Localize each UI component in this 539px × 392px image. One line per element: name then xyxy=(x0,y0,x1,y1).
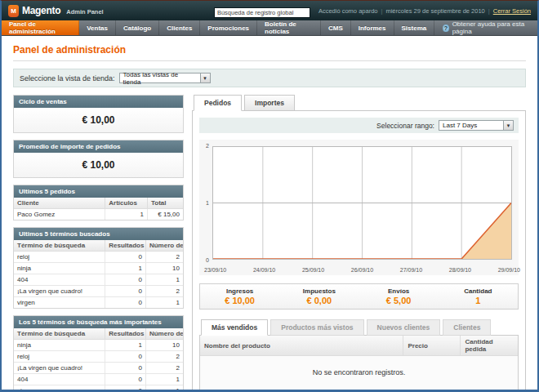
table-row[interactable]: reloj02 xyxy=(14,252,183,263)
table-cell: 404 xyxy=(14,374,105,385)
store-view-bar: Seleccione la vista de tienda: Todas las… xyxy=(13,69,526,87)
stat-ingresos: Ingresos € 10,00 xyxy=(200,287,279,305)
range-select[interactable]: Last 7 Days ▼ xyxy=(439,120,514,131)
tab-pedidos[interactable]: Pedidos xyxy=(194,95,242,111)
chevron-down-icon: ▼ xyxy=(503,121,513,130)
table-row[interactable]: reloj02 xyxy=(14,351,183,363)
column-header: Total xyxy=(148,198,183,209)
column-header: Término de búsqueda xyxy=(14,328,105,340)
column-header: Cantidad pedida xyxy=(461,336,518,356)
nav-item-ventas[interactable]: Ventas xyxy=(79,20,116,35)
tab-nuevos-clientes[interactable]: Nuevos clientes xyxy=(367,319,441,336)
chart-panel: Seleccionar rango: Last 7 Days ▼ 210 23/… xyxy=(192,110,526,392)
table-row[interactable]: ¡La virgen que cuadro!02 xyxy=(14,363,183,374)
table-cell: Paco Gomez xyxy=(14,209,105,220)
stat-value: € 10,00 xyxy=(200,296,279,305)
widget-last-orders: Ultimos 5 pedidos ClienteArtículosTotal … xyxy=(13,185,184,220)
tab-importes[interactable]: Importes xyxy=(244,95,295,111)
orders-chart: 210 23/09/1024/09/1025/09/1026/09/1027/0… xyxy=(199,140,519,275)
table-row[interactable]: virge01 xyxy=(14,385,183,392)
main-content: Panel de administración Seleccione la vi… xyxy=(2,36,537,392)
table-row[interactable]: ¡La virgen que cuadro!02 xyxy=(14,286,183,297)
global-search-input[interactable] xyxy=(214,7,310,18)
nav-item-cms[interactable]: CMS xyxy=(321,20,351,35)
table-cell: 10 xyxy=(145,340,183,351)
global-search xyxy=(214,3,310,18)
nav-item-sistema[interactable]: Sistema xyxy=(394,20,435,35)
tab-productos-mas-vistos[interactable]: Productos más vistos xyxy=(270,319,363,336)
y-axis-labels: 210 xyxy=(199,143,211,263)
stat-value: € 5,00 xyxy=(359,296,439,305)
help-globe-icon: ? xyxy=(443,24,448,32)
table-cell: 404 xyxy=(14,274,105,286)
widget-top-search-terms: Los 5 términos de búsqueda más important… xyxy=(13,315,184,392)
table-row[interactable]: ninja110 xyxy=(14,263,183,274)
widget-avg-order: Promedio de importe de pedidos € 10,00 xyxy=(13,140,184,178)
y-axis-label: 0 xyxy=(206,257,209,263)
help-label: Obtener ayuda para esta página xyxy=(452,20,529,35)
table-cell: ninja xyxy=(14,263,105,274)
y-axis-label: 2 xyxy=(206,143,209,149)
chart-svg xyxy=(213,147,511,259)
nav-item-boletin[interactable]: Boletín de noticias xyxy=(257,20,321,35)
chart-tabs: Pedidos Importes xyxy=(192,95,526,111)
range-value: Last 7 Days xyxy=(443,122,499,129)
table-row[interactable]: Paco Gomez1€ 15,00 xyxy=(14,209,183,220)
title-divider xyxy=(13,60,526,61)
tab-mas-vendidos[interactable]: Más vendidos xyxy=(201,319,268,336)
table-cell: 2 xyxy=(145,351,183,363)
logo-subtitle: Admin Panel xyxy=(66,8,103,16)
separator: | xyxy=(488,7,490,15)
table-cell: virgen xyxy=(14,297,105,309)
table-cell: 0 xyxy=(105,363,146,374)
top-search-terms-table: Término de búsquedaResultadosNúmero de u… xyxy=(14,328,183,392)
stat-impuestos: Impuestos € 0,00 xyxy=(279,287,359,305)
table-header-row: ClienteArtículosTotal xyxy=(14,198,183,209)
stat-label: Envíos xyxy=(359,287,439,295)
column-header: Resultados xyxy=(105,240,146,252)
table-row[interactable]: 40401 xyxy=(14,274,183,286)
magento-logo-icon: M xyxy=(8,5,19,17)
table-cell: reloj xyxy=(14,351,105,363)
table-cell: 2 xyxy=(145,363,183,374)
table-cell: 1 xyxy=(105,263,146,274)
current-date: miércoles 29 de septiembre de 2010 xyxy=(385,7,484,15)
table-cell: 0 xyxy=(105,286,146,297)
store-view-select[interactable]: Todas las vistas de tienda ▼ xyxy=(119,73,211,83)
nav-item-catalogo[interactable]: Catálogo xyxy=(116,20,159,35)
table-header-row: Término de búsquedaResultadosNúmero de u… xyxy=(14,328,183,340)
table-cell: 0 xyxy=(105,297,146,309)
range-selector-bar: Seleccionar rango: Last 7 Days ▼ xyxy=(199,118,519,133)
widget-title: Ciclo de ventas xyxy=(14,96,183,108)
nav-item-dashboard[interactable]: Panel de administración xyxy=(2,20,79,35)
range-label: Seleccionar rango: xyxy=(376,122,434,130)
table-header-row: Término de búsquedaResultadosNúmero de u… xyxy=(14,240,183,252)
products-table: Nombre del productoPrecioCantidad pedida xyxy=(200,336,518,356)
sales-cycle-value: € 10,00 xyxy=(14,108,183,132)
logged-in-as: Accedió como apardo xyxy=(318,7,378,15)
x-axis-label: 25/09/10 xyxy=(302,267,324,273)
nav-item-clientes[interactable]: Clientes xyxy=(159,20,200,35)
nav-item-informes[interactable]: Informes xyxy=(351,20,394,35)
stat-label: Cantidad xyxy=(439,287,518,295)
table-cell: € 15,00 xyxy=(148,209,183,220)
main-nav: Panel de administración Ventas Catálogo … xyxy=(2,20,537,36)
table-row[interactable]: 40401 xyxy=(14,374,183,385)
totals-bar: Ingresos € 10,00 Impuestos € 0,00 Envíos… xyxy=(199,283,519,310)
nav-item-promociones[interactable]: Promociones xyxy=(200,20,257,35)
widget-title: Los 5 términos de búsqueda más important… xyxy=(14,316,183,328)
dashboard-left-column: Ciclo de ventas € 10,00 Promedio de impo… xyxy=(13,95,184,392)
table-row[interactable]: virgen01 xyxy=(14,297,183,309)
stat-envios: Envíos € 5,00 xyxy=(359,287,439,305)
x-axis-label: 28/09/10 xyxy=(449,267,471,273)
table-cell: ninja xyxy=(14,340,105,351)
table-cell: 1 xyxy=(105,209,148,220)
magento-logo: M Magento Admin Panel xyxy=(8,5,104,17)
table-cell: reloj xyxy=(14,252,105,263)
table-cell: virge xyxy=(14,385,105,392)
get-help-link[interactable]: ? Obtener ayuda para esta página xyxy=(434,20,537,35)
table-row[interactable]: ninja110 xyxy=(14,340,183,351)
logout-link[interactable]: Cerrar Sesión xyxy=(493,7,531,15)
products-tabs: Más vendidos Productos más vistos Nuevos… xyxy=(199,319,519,336)
tab-clientes[interactable]: Clientes xyxy=(443,319,491,336)
